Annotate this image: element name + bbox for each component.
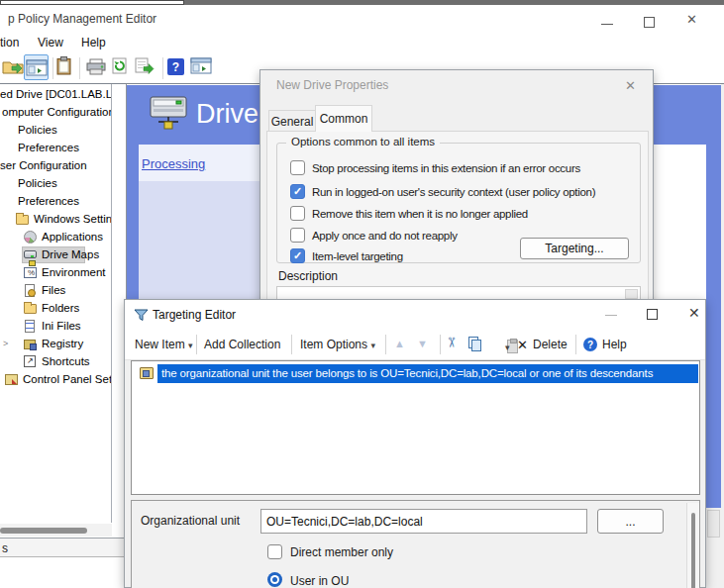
targeting-button[interactable]: Targeting... [520,238,629,259]
tree-item-windows-settings[interactable]: Windows Settings [0,212,112,228]
direct-member-only-label: Direct member only [290,545,393,559]
targeting-list-row[interactable]: the organizational unit the user belongs… [132,364,699,383]
move-up-icon[interactable]: ▲ [394,338,405,349]
open-folder-back-icon [2,57,24,75]
tree-item-folders[interactable]: Folders [0,301,112,317]
targeting-editor-title: Targeting Editor [153,308,236,322]
folder-icon [16,215,29,225]
close-icon[interactable]: ✕ [625,78,636,93]
user-in-ou-label: User in OU [290,574,349,588]
details-scrollbar[interactable] [686,503,699,588]
tree-item-policies-user[interactable]: Policies [0,176,112,192]
tree-item-files[interactable]: Files [0,283,112,299]
minimize-icon[interactable] [601,24,613,25]
toolbar-separator [52,57,53,79]
tree-item-environment[interactable]: Environment [0,265,112,281]
browse-ou-button[interactable]: ... [597,509,664,534]
show-console-tree-button[interactable] [24,54,49,80]
tree-item-drive-maps[interactable]: Drive Maps [0,247,112,263]
clipboard-button[interactable] [56,56,72,75]
tree-item-preferences-user[interactable]: Preferences [0,194,112,210]
tree-item-computer-configuration[interactable]: omputer Configuration [0,105,112,121]
registry-icon [24,340,36,349]
toolbar-separator [196,335,197,354]
checkbox-stop-processing[interactable] [290,160,305,175]
status-band: s [0,539,124,557]
status-text-fragment: s [2,541,8,555]
item-options-button[interactable]: Item Options [300,338,375,351]
menu-help[interactable]: Help [77,34,110,51]
tree-item-registry[interactable]: > Registry [0,337,112,352]
tree-item-preferences[interactable]: Preferences [0,141,112,156]
menu-view[interactable]: View [34,34,67,51]
close-icon[interactable]: ✕ [688,306,700,320]
export-list-button[interactable] [135,57,155,74]
tree-hscrollbar-thumb[interactable] [0,528,87,534]
tab-common[interactable]: Common [315,105,372,132]
organizational-unit-input[interactable] [260,509,587,534]
processing-link[interactable]: Processing [142,156,205,171]
checkbox-apply-once[interactable] [290,228,305,243]
print-button[interactable] [86,58,107,75]
tree-item-user-configuration[interactable]: ser Configuration [0,158,112,174]
selected-row-highlight: the organizational unit the user belongs… [157,364,698,383]
help-button[interactable]: ? [167,58,184,75]
help-button[interactable]: Help [602,338,627,351]
targeting-rule-text: the organizational unit the user belongs… [157,364,698,383]
refresh-button[interactable] [111,57,129,75]
expand-chevron-icon[interactable]: > [3,339,8,348]
targeting-toolbar: New Item Add Collection Item Options ▲ ▼… [125,330,705,360]
user-in-ou-radio[interactable] [267,572,282,587]
move-down-icon[interactable]: ▼ [417,338,428,349]
targeting-items-list: the organizational unit the user belongs… [131,360,700,495]
paste-dropdown-icon[interactable] [505,337,510,354]
new-item-button[interactable]: New Item [135,338,193,351]
add-collection-button[interactable]: Add Collection [204,338,280,351]
options-group-label: Options common to all items [286,136,440,147]
scrollbar-fragment[interactable] [707,510,720,538]
delete-button[interactable]: Delete [533,338,568,351]
tree-item-mapped-drive[interactable]: ed Drive [DC01.LAB.LOCA [0,87,112,103]
files-icon [25,284,35,297]
radio-dot [272,577,277,582]
checkbox-stop-processing-label: Stop processing items in this extension … [312,162,580,174]
tree-item-applications[interactable]: Applications [0,230,112,245]
checkbox-run-logged-on-label: Run in logged-on user's security context… [312,186,595,198]
delete-icon[interactable] [517,336,528,353]
checkbox-item-level-targeting[interactable] [290,248,305,263]
menu-bar: tion View Help [0,33,724,52]
menu-action[interactable]: tion [0,34,23,51]
bottom-left-area: s [0,538,125,588]
console-tree: ed Drive [DC01.LAB.LOCA omputer Configur… [0,84,112,523]
tree-item-control-panel-settings[interactable]: Control Panel Sett [0,372,112,388]
environment-icon [24,267,37,278]
checkbox-remove-item[interactable] [290,206,305,221]
toolbar-separator [162,57,163,79]
chevron-down-icon [188,338,193,351]
tab-general[interactable]: General [268,110,316,132]
copy-icon[interactable] [468,337,481,351]
tree-hscrollbar[interactable] [0,524,112,537]
drive-maps-icon [24,250,37,258]
open-folder-back-button[interactable] [2,57,24,75]
checkbox-run-logged-on[interactable] [290,184,305,199]
direct-member-only-checkbox[interactable] [267,544,282,559]
organizational-unit-item-icon [140,367,154,379]
below-pane-area [706,508,724,588]
textarea-scrollbar-fragment[interactable] [625,289,638,299]
tree-item-shortcuts[interactable]: Shortcuts [0,354,112,370]
minimize-icon[interactable] [605,315,617,316]
folders-icon [24,304,37,314]
help-icon[interactable]: ? [583,338,597,351]
gpp-right-border [706,145,721,508]
close-icon[interactable]: ✕ [686,13,697,26]
maximize-icon[interactable] [644,17,655,28]
details-scrollbar-thumb[interactable] [691,513,695,588]
main-window-title: p Policy Management Editor [8,12,156,26]
dialog-title: New Drive Properties [276,78,388,92]
maximize-icon[interactable] [647,309,658,320]
new-window-button[interactable] [190,57,212,74]
tree-item-policies[interactable]: Policies [0,123,112,139]
cut-icon[interactable] [446,334,458,351]
tree-item-ini-files[interactable]: Ini Files [0,319,112,335]
